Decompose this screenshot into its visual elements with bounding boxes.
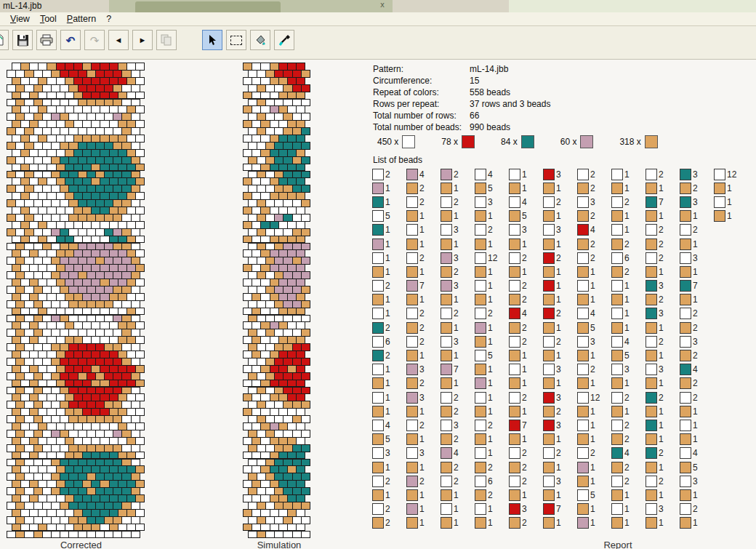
bead-cell[interactable] bbox=[131, 531, 140, 539]
bead-list-count: 2 bbox=[590, 364, 595, 374]
select-tool[interactable] bbox=[226, 30, 246, 50]
bead-list-entry: 1 bbox=[372, 377, 406, 390]
bead-list-entry: 1 bbox=[577, 460, 611, 474]
bead-list-count: 1 bbox=[624, 406, 630, 417]
pipette-tool[interactable] bbox=[274, 30, 294, 50]
menu-item-pattern[interactable]: Pattern bbox=[67, 14, 96, 24]
bead-list-swatch bbox=[406, 406, 418, 417]
bead-list-swatch bbox=[543, 489, 555, 501]
bead-list-entry: 5 bbox=[680, 460, 714, 474]
next-button[interactable]: ► bbox=[132, 30, 153, 50]
save-button[interactable] bbox=[12, 30, 33, 50]
bead-list-count: 1 bbox=[385, 183, 390, 193]
bead-cell[interactable] bbox=[301, 531, 310, 539]
bead-list-entry: 2 bbox=[611, 195, 646, 209]
bead-list-count: 2 bbox=[522, 281, 527, 291]
bead-list-swatch bbox=[543, 252, 555, 264]
bead-list-entry: 2 bbox=[372, 348, 406, 362]
bead-list-swatch bbox=[680, 336, 691, 348]
bead-list-swatch bbox=[577, 266, 589, 278]
bead-list-count: 2 bbox=[590, 239, 595, 249]
bead-list-count: 2 bbox=[454, 462, 459, 473]
bead-list-count: 3 bbox=[385, 448, 390, 458]
bead-list-entry: 2 bbox=[475, 223, 509, 237]
print-button[interactable] bbox=[36, 30, 57, 50]
fill-tool[interactable] bbox=[250, 30, 270, 50]
bead-list-count: 1 bbox=[488, 434, 493, 444]
bead-list-swatch bbox=[372, 489, 384, 501]
bead-list-entry: 1 bbox=[441, 181, 475, 195]
bead-list-count: 1 bbox=[522, 364, 527, 374]
bead-list-count: 3 bbox=[624, 364, 630, 374]
menu-item-help[interactable]: ? bbox=[106, 14, 111, 24]
bead-list-entry: 1 bbox=[509, 363, 543, 377]
bead-list-entry: 1 bbox=[406, 209, 441, 223]
pointer-tool[interactable] bbox=[202, 30, 222, 50]
pattern-info: Pattern:mL-14.jbbCircumference:15Repeat … bbox=[373, 64, 550, 134]
menu-item-tool[interactable]: Tool bbox=[40, 14, 57, 24]
bead-list-count: 2 bbox=[454, 393, 459, 403]
prev-button[interactable]: ◄ bbox=[108, 30, 129, 50]
bead-list-entry: 1 bbox=[714, 181, 748, 195]
bead-counts-row: 450 x78 x84 x60 x318 x bbox=[377, 135, 684, 148]
bead-list-entry: 2 bbox=[441, 195, 475, 209]
bead-list-swatch bbox=[646, 420, 657, 431]
bead-list-swatch bbox=[406, 392, 418, 404]
bead-list-swatch bbox=[543, 169, 555, 180]
bead-list-count: 1 bbox=[454, 504, 459, 514]
bead-count-text: 84 x bbox=[501, 137, 518, 147]
bead-list-swatch bbox=[509, 377, 520, 389]
info-value: 15 bbox=[470, 76, 479, 86]
bead-list-entry: 2 bbox=[441, 307, 475, 321]
bead-list-count: 1 bbox=[488, 406, 493, 417]
bead-list-entry: 1 bbox=[475, 334, 509, 348]
bead-list-swatch bbox=[509, 433, 520, 445]
bead-list-count: 3 bbox=[454, 281, 459, 291]
bead-list-swatch bbox=[611, 280, 623, 292]
bead-list-swatch bbox=[406, 183, 418, 194]
bead-list-entry: 2 bbox=[509, 474, 543, 488]
bead-list-swatch bbox=[509, 169, 520, 180]
bead-list-count: 1 bbox=[693, 406, 698, 417]
bead-list-entry: 3 bbox=[406, 390, 441, 404]
new-button[interactable] bbox=[0, 30, 9, 50]
bead-list-entry: 2 bbox=[543, 334, 577, 348]
bead-list-count: 1 bbox=[624, 294, 630, 305]
bead-list-swatch bbox=[441, 503, 452, 515]
menu-item-view[interactable]: View bbox=[10, 14, 30, 24]
bead-list-swatch bbox=[611, 336, 623, 348]
bead-list-entry: 6 bbox=[611, 251, 646, 265]
bead-list-entry: 1 bbox=[509, 488, 543, 502]
bead-count-swatch bbox=[521, 135, 534, 148]
bead-list-swatch bbox=[509, 336, 520, 348]
copy-icon bbox=[161, 34, 172, 46]
bead-list-count: 2 bbox=[659, 225, 664, 235]
bead-list-count: 2 bbox=[590, 183, 595, 193]
bead-list-count: 3 bbox=[556, 364, 561, 374]
bead-list-count: 3 bbox=[454, 420, 459, 430]
bead-list-count: 1 bbox=[556, 434, 561, 444]
copy-button[interactable] bbox=[156, 30, 177, 50]
bead-list-count: 1 bbox=[488, 281, 493, 291]
work-area: Corrected Simulation Report Pattern:mL-1… bbox=[0, 60, 756, 549]
bead-list-count: 1 bbox=[556, 239, 561, 249]
redo-button[interactable]: ↷ bbox=[84, 30, 105, 50]
bead-list-count: 1 bbox=[590, 378, 595, 388]
bead-list-entry: 3 bbox=[680, 167, 714, 181]
undo-button[interactable]: ↶ bbox=[60, 30, 81, 50]
bead-list-entry: 1 bbox=[441, 348, 475, 362]
bead-list-entry: 2 bbox=[372, 474, 406, 488]
bead-list-count: 5 bbox=[624, 350, 630, 361]
bead-list-count: 2 bbox=[624, 267, 630, 277]
bead-list-swatch bbox=[441, 433, 452, 445]
bead-count-item: 450 x bbox=[377, 135, 415, 148]
bead-list-swatch bbox=[441, 210, 452, 222]
bead-list-swatch bbox=[577, 406, 589, 417]
bead-list-count: 1 bbox=[693, 211, 698, 221]
pipette-icon bbox=[278, 34, 291, 47]
bead-list-swatch bbox=[543, 433, 555, 445]
bead-list-entry: 1 bbox=[372, 307, 406, 321]
bead-list-swatch bbox=[680, 377, 691, 389]
bead-list-entry: 1 bbox=[646, 488, 680, 502]
grid-row bbox=[7, 531, 140, 539]
